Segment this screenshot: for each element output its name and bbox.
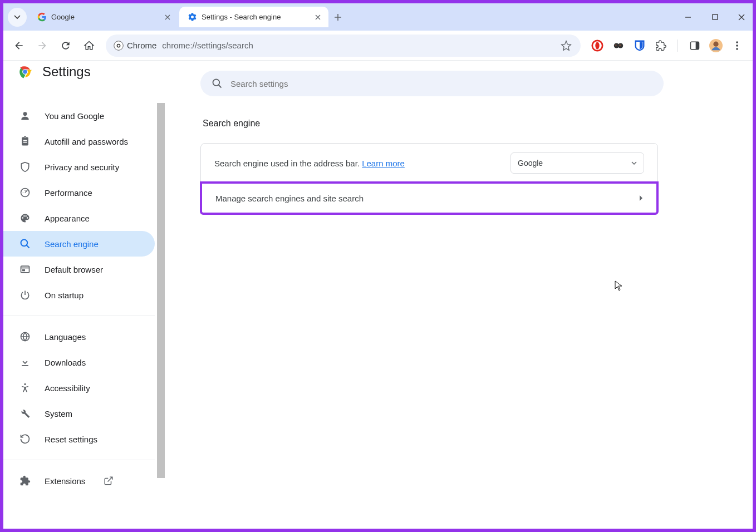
svg-point-22 bbox=[21, 240, 28, 247]
chevron-down-icon bbox=[14, 14, 21, 21]
extension-icons bbox=[587, 39, 747, 52]
sidebar-item-downloads[interactable]: Downloads bbox=[3, 349, 155, 375]
sidebar-item-label: Performance bbox=[45, 188, 92, 198]
settings-sidebar: You and Google Autofill and passwords Pr… bbox=[3, 61, 165, 529]
tab-bar: Google Settings - Search engine bbox=[3, 3, 753, 31]
browser-toolbar: Chrome chrome://settings/search bbox=[3, 31, 753, 61]
bookmark-button[interactable] bbox=[559, 39, 573, 52]
sidebar-item-label: Privacy and security bbox=[45, 162, 119, 172]
dropdown-value: Google bbox=[518, 159, 543, 168]
home-button[interactable] bbox=[79, 36, 99, 56]
svg-point-15 bbox=[736, 45, 738, 47]
search-engine-dropdown[interactable]: Google bbox=[510, 152, 644, 174]
address-chip: Chrome bbox=[114, 41, 156, 51]
chrome-logo-icon bbox=[18, 65, 32, 79]
profile-avatar[interactable] bbox=[709, 39, 723, 52]
svg-point-14 bbox=[736, 41, 738, 43]
sidebar-item-search-engine[interactable]: Search engine bbox=[3, 231, 155, 257]
manage-search-engines-row[interactable]: Manage search engines and site search bbox=[200, 181, 659, 215]
svg-rect-11 bbox=[696, 42, 699, 49]
tab-title: Google bbox=[51, 13, 158, 21]
side-panel-icon[interactable] bbox=[688, 39, 701, 52]
address-url: chrome://settings/search bbox=[162, 41, 554, 50]
settings-title: Settings bbox=[42, 64, 91, 80]
address-bar[interactable]: Chrome chrome://settings/search bbox=[106, 35, 581, 57]
divider bbox=[3, 316, 155, 316]
search-engine-card: Search engine used in the address bar. L… bbox=[200, 143, 658, 214]
shield-icon bbox=[19, 161, 31, 173]
tab-settings[interactable]: Settings - Search engine bbox=[179, 7, 328, 27]
sidebar-item-on-startup[interactable]: On startup bbox=[3, 282, 155, 308]
svg-rect-0 bbox=[713, 14, 718, 19]
external-link-icon bbox=[104, 476, 114, 486]
palette-icon bbox=[19, 212, 31, 224]
sidebar-item-reset[interactable]: Reset settings bbox=[3, 426, 155, 452]
tab-title: Settings - Search engine bbox=[202, 13, 308, 21]
sidebar-item-label: Default browser bbox=[45, 265, 103, 274]
opera-extension-icon[interactable] bbox=[591, 39, 604, 52]
google-favicon-icon bbox=[37, 12, 47, 22]
svg-point-13 bbox=[713, 41, 718, 46]
sidebar-item-appearance[interactable]: Appearance bbox=[3, 205, 155, 231]
sidebar-item-default-browser[interactable]: Default browser bbox=[3, 257, 155, 282]
minimize-button[interactable] bbox=[683, 12, 694, 23]
close-window-button[interactable] bbox=[736, 12, 747, 23]
sidebar-item-label: Downloads bbox=[45, 358, 86, 367]
sidebar-item-label: System bbox=[45, 409, 72, 418]
close-icon[interactable] bbox=[313, 12, 323, 22]
reload-button[interactable] bbox=[56, 36, 76, 56]
sidebar-item-label: Autofill and passwords bbox=[45, 137, 128, 146]
bitwarden-extension-icon[interactable] bbox=[633, 39, 646, 52]
speedometer-icon bbox=[19, 186, 31, 199]
svg-point-3 bbox=[117, 45, 120, 47]
tab-google[interactable]: Google bbox=[29, 7, 178, 27]
sidebar-item-label: Appearance bbox=[45, 214, 90, 223]
sidebar-item-label: Search engine bbox=[45, 239, 99, 249]
close-icon[interactable] bbox=[163, 12, 173, 22]
sidebar-item-label: You and Google bbox=[45, 111, 104, 121]
settings-header: Settings bbox=[18, 64, 91, 80]
chrome-icon bbox=[114, 41, 124, 51]
main-content: Search engine Search engine used in the … bbox=[165, 61, 753, 529]
extension-icon bbox=[19, 475, 31, 487]
sidebar-item-accessibility[interactable]: Accessibility bbox=[3, 375, 155, 401]
section-title: Search engine bbox=[203, 119, 753, 129]
sidebar-item-privacy[interactable]: Privacy and security bbox=[3, 154, 155, 180]
sidebar-scrollbar[interactable] bbox=[157, 103, 165, 478]
sidebar-item-system[interactable]: System bbox=[3, 401, 155, 426]
maximize-button[interactable] bbox=[709, 12, 720, 23]
back-button[interactable] bbox=[9, 36, 29, 56]
sidebar-item-label: Accessibility bbox=[45, 383, 90, 393]
globe-icon bbox=[19, 331, 31, 343]
search-engine-row: Search engine used in the address bar. L… bbox=[201, 144, 657, 183]
sunglasses-extension-icon[interactable] bbox=[612, 39, 625, 52]
sidebar-item-languages[interactable]: Languages bbox=[3, 324, 155, 349]
new-tab-button[interactable] bbox=[330, 9, 346, 26]
forward-button[interactable] bbox=[32, 36, 52, 56]
sidebar-item-you-and-google[interactable]: You and Google bbox=[3, 103, 155, 129]
extensions-puzzle-icon[interactable] bbox=[654, 39, 667, 52]
menu-button[interactable] bbox=[730, 39, 744, 52]
search-settings-input[interactable] bbox=[230, 79, 652, 88]
download-icon bbox=[19, 356, 31, 368]
learn-more-link[interactable]: Learn more bbox=[362, 159, 405, 168]
search-icon bbox=[19, 238, 31, 250]
gear-icon bbox=[187, 12, 197, 22]
chevron-down-icon bbox=[631, 161, 637, 165]
sidebar-item-label: Extensions bbox=[45, 476, 85, 486]
svg-point-26 bbox=[24, 383, 26, 385]
divider bbox=[678, 40, 678, 52]
wrench-icon bbox=[19, 407, 31, 420]
restore-icon bbox=[19, 433, 31, 445]
sidebar-item-performance[interactable]: Performance bbox=[3, 180, 155, 205]
browser-icon bbox=[19, 263, 31, 275]
svg-point-7 bbox=[618, 43, 623, 48]
sidebar-item-autofill[interactable]: Autofill and passwords bbox=[3, 129, 155, 154]
sidebar-item-extensions[interactable]: Extensions bbox=[3, 468, 155, 494]
tab-search-button[interactable] bbox=[8, 8, 27, 27]
sidebar-item-label: On startup bbox=[45, 290, 84, 300]
accessibility-icon bbox=[19, 382, 31, 394]
row-text: Search engine used in the address bar. L… bbox=[214, 159, 405, 168]
svg-point-27 bbox=[213, 80, 220, 86]
search-settings-box[interactable] bbox=[200, 71, 664, 96]
